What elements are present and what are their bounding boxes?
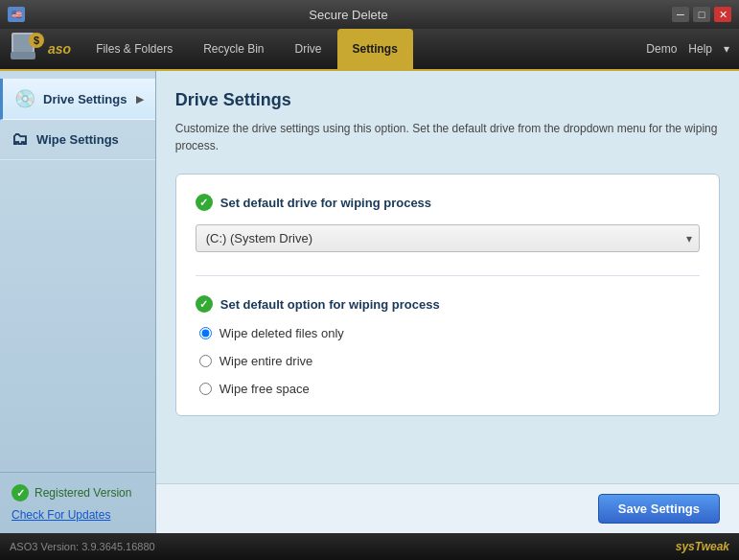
sidebar-item-drive-settings[interactable]: 💿 Drive Settings ▶ (0, 79, 155, 120)
version-label: ASO3 Version: 3.9.3645.16880 (10, 541, 155, 552)
help-dropdown-arrow[interactable]: ▾ (724, 42, 729, 56)
sidebar-item-label-wipe: Wipe Settings (36, 132, 119, 147)
radio-wipe-entire[interactable] (199, 355, 212, 367)
save-settings-button[interactable]: Save Settings (598, 494, 720, 524)
close-button[interactable]: ✕ (714, 7, 731, 22)
registered-badge: ✓ Registered Version (12, 484, 144, 502)
sidebar-item-wipe-settings[interactable]: 🗂 Wipe Settings (0, 120, 155, 160)
sidebar: 💿 Drive Settings ▶ 🗂 Wipe Settings ✓ Reg… (0, 71, 156, 533)
svg-text:$: $ (34, 35, 39, 46)
nav-tabs: Files & Folders Recycle Bin Drive Settin… (81, 29, 646, 69)
section2-title: Set default option for wiping process (220, 297, 440, 312)
sidebar-footer: ✓ Registered Version Check For Updates (0, 472, 155, 533)
demo-link[interactable]: Demo (646, 42, 677, 56)
option-wipe-deleted-label: Wipe deleted files only (219, 326, 344, 340)
tab-files-folders[interactable]: Files & Folders (81, 29, 188, 69)
section1-check-icon: ✓ (196, 194, 213, 211)
settings-card: ✓ Set default drive for wiping process (… (175, 174, 720, 416)
title-bar-left: 🇺🇸 (8, 7, 25, 22)
brand-label: sysTweak (676, 540, 729, 553)
maximize-button[interactable]: □ (693, 7, 710, 22)
wipe-settings-icon: 🗂 (12, 129, 29, 150)
option-wipe-deleted[interactable]: Wipe deleted files only (199, 326, 700, 340)
svg-rect-2 (11, 52, 35, 59)
minimize-button[interactable]: ─ (672, 7, 689, 22)
radio-wipe-free[interactable] (199, 383, 212, 395)
help-link[interactable]: Help (688, 42, 712, 56)
content-wrapper: Drive Settings Customize the drive setti… (156, 71, 739, 533)
drive-dropdown-wrapper: (C:) (System Drive) ▾ (196, 224, 700, 252)
title-bar: 🇺🇸 Secure Delete ─ □ ✕ (0, 0, 739, 29)
option-wipe-entire-label: Wipe entire drive (219, 354, 313, 368)
title-bar-controls: ─ □ ✕ (672, 7, 731, 22)
logo-text: aso (48, 41, 71, 57)
option-wipe-entire[interactable]: Wipe entire drive (199, 354, 700, 368)
drive-dropdown[interactable]: (C:) (System Drive) (196, 224, 700, 252)
save-button-container: Save Settings (156, 483, 739, 533)
page-description: Customize the drive settings using this … (175, 120, 720, 154)
chevron-right-icon: ▶ (136, 94, 144, 105)
section1-header: ✓ Set default drive for wiping process (196, 194, 700, 211)
content-area: Drive Settings Customize the drive setti… (156, 71, 739, 483)
check-updates-link[interactable]: Check For Updates (12, 508, 110, 522)
language-flag[interactable]: 🇺🇸 (8, 7, 25, 22)
main-layout: 💿 Drive Settings ▶ 🗂 Wipe Settings ✓ Reg… (0, 71, 739, 533)
nav-bar: $ aso Files & Folders Recycle Bin Drive … (0, 29, 739, 71)
option-wipe-free-label: Wipe free space (219, 382, 310, 396)
tab-recycle-bin[interactable]: Recycle Bin (188, 29, 279, 69)
nav-right: Demo Help ▾ (646, 42, 729, 56)
shredder-icon: $ (10, 31, 44, 67)
section1-title: Set default drive for wiping process (220, 196, 431, 210)
section2-header: ✓ Set default option for wiping process (196, 295, 700, 313)
window-title: Secure Delete (25, 8, 672, 22)
tab-settings[interactable]: Settings (337, 29, 413, 69)
wipe-option-group: Wipe deleted files only Wipe entire driv… (199, 326, 700, 396)
status-bar: ASO3 Version: 3.9.3645.16880 sysTweak (0, 533, 739, 560)
section2-check-icon: ✓ (196, 295, 213, 313)
option-wipe-free[interactable]: Wipe free space (199, 382, 700, 396)
radio-wipe-deleted[interactable] (199, 327, 212, 339)
section-divider (196, 275, 700, 276)
tab-drive[interactable]: Drive (280, 29, 337, 69)
app-logo: $ aso (10, 31, 71, 67)
page-title: Drive Settings (175, 90, 720, 110)
sidebar-item-label-drive: Drive Settings (43, 92, 127, 106)
registered-label: Registered Version (35, 486, 131, 500)
registered-check-icon: ✓ (12, 484, 29, 502)
drive-settings-icon: 💿 (14, 88, 35, 109)
